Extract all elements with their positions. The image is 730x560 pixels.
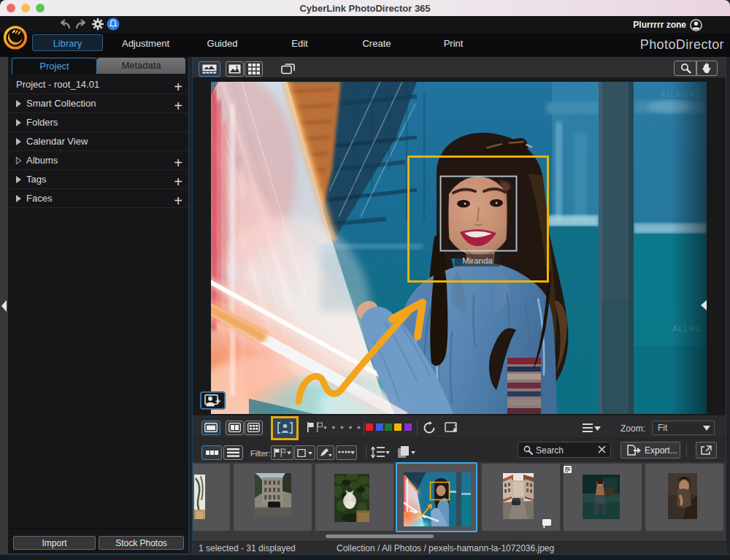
svg-text:Miranda: Miranda (462, 256, 493, 265)
